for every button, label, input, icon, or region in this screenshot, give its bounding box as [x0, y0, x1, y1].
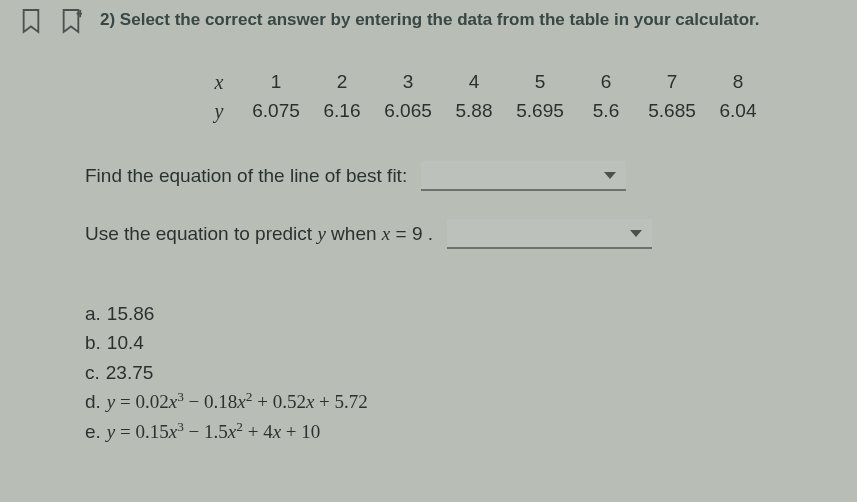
table-cell: 5	[507, 68, 573, 97]
table-cell: 8	[705, 68, 771, 97]
best-fit-prompt: Find the equation of the line of best fi…	[85, 161, 837, 191]
table-cell: 4	[441, 68, 507, 97]
predict-prompt: Use the equation to predict y when x = 9…	[85, 219, 837, 249]
predict-dropdown[interactable]	[447, 219, 652, 249]
table-cell: 5.88	[441, 97, 507, 126]
data-table: x 1 2 3 4 5 6 7 8 y 6.075 6.16 6.065 5.8…	[195, 68, 837, 126]
bookmark-icon[interactable]	[20, 8, 42, 38]
table-cell: 7	[639, 68, 705, 97]
bookmark-add-icon[interactable]	[60, 8, 82, 38]
best-fit-dropdown[interactable]	[421, 161, 626, 191]
question-header-row: 2) Select the correct answer by entering…	[20, 8, 837, 38]
table-cell: 6.04	[705, 97, 771, 126]
table-row: x 1 2 3 4 5 6 7 8	[195, 68, 837, 97]
option-c: c. 23.75	[85, 358, 837, 387]
answer-options: a. 15.86 b. 10.4 c. 23.75 d. y = 0.02x3 …	[85, 299, 837, 446]
table-cell: 2	[309, 68, 375, 97]
question-text: 2) Select the correct answer by entering…	[100, 8, 837, 32]
table-cell: 6.065	[375, 97, 441, 126]
prompt-text: Find the equation of the line of best fi…	[85, 165, 407, 187]
table-cell: 6.16	[309, 97, 375, 126]
row-label-x: x	[195, 68, 243, 97]
option-a: a. 15.86	[85, 299, 837, 328]
chevron-down-icon	[630, 230, 642, 237]
table-cell: 5.695	[507, 97, 573, 126]
option-b: b. 10.4	[85, 328, 837, 357]
equation-d: y = 0.02x3 − 0.18x2 + 0.52x + 5.72	[107, 387, 368, 416]
question-prompt: Select the correct answer by entering th…	[120, 10, 760, 29]
table-row: y 6.075 6.16 6.065 5.88 5.695 5.6 5.685 …	[195, 97, 837, 126]
chevron-down-icon	[604, 172, 616, 179]
row-label-y: y	[195, 97, 243, 126]
prompt-text: Use the equation to predict y when x = 9…	[85, 223, 433, 245]
option-e: e. y = 0.15x3 − 1.5x2 + 4x + 10	[85, 417, 837, 446]
equation-e: y = 0.15x3 − 1.5x2 + 4x + 10	[107, 417, 320, 446]
table-cell: 1	[243, 68, 309, 97]
table-cell: 3	[375, 68, 441, 97]
question-number: 2)	[100, 10, 115, 29]
table-cell: 5.6	[573, 97, 639, 126]
option-d: d. y = 0.02x3 − 0.18x2 + 0.52x + 5.72	[85, 387, 837, 416]
table-cell: 5.685	[639, 97, 705, 126]
table-cell: 6.075	[243, 97, 309, 126]
table-cell: 6	[573, 68, 639, 97]
